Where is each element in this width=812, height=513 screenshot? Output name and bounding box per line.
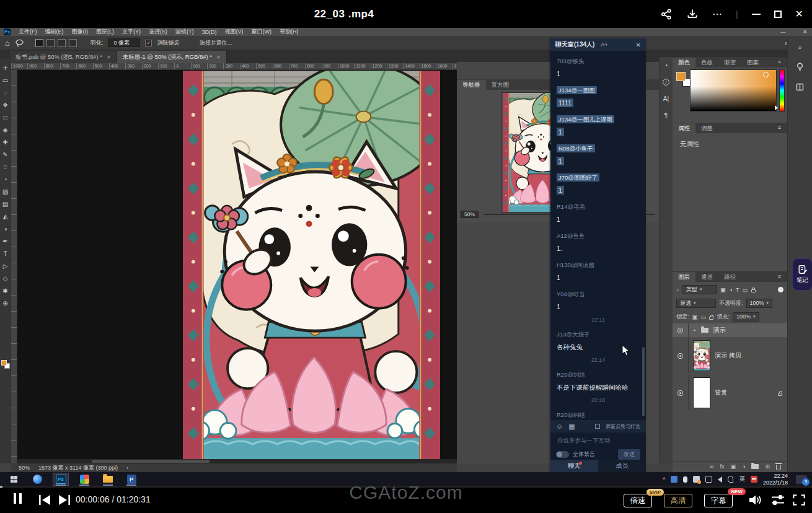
menu-item[interactable]: 帮助(H)	[280, 28, 299, 36]
hue-slider[interactable]	[779, 69, 785, 112]
filter-pixel-layers-icon[interactable]: ▣	[720, 286, 726, 293]
opacity-value[interactable]: 100% ▾	[746, 299, 773, 308]
navigator-tab[interactable]: 导航器	[457, 80, 486, 90]
pen-tool[interactable]: ✒	[0, 235, 11, 247]
visibility-eye-icon[interactable]	[677, 390, 683, 396]
filter-shape-layers-icon[interactable]: ▭	[743, 286, 748, 293]
history-brush-tool[interactable]: ▨	[0, 185, 11, 198]
start-button[interactable]	[6, 473, 21, 485]
intersect-selection-button[interactable]	[69, 39, 77, 47]
shape-tool[interactable]: ◇	[0, 272, 11, 284]
visibility-eye-icon[interactable]	[677, 353, 683, 359]
settings-mixer-icon[interactable]	[770, 494, 785, 506]
marquee-tool[interactable]: ▭	[0, 74, 11, 86]
chat-username[interactable]: Y04@叮当	[557, 290, 585, 298]
new-group-icon[interactable]	[751, 464, 759, 469]
chat-username[interactable]: J134@一图儿上课哦	[557, 115, 614, 123]
ps-close-icon[interactable]: ✕	[803, 29, 807, 35]
mute-all-toggle[interactable]	[556, 451, 569, 458]
playback-speed-button[interactable]: 倍速 SVIP	[624, 494, 652, 507]
screenshare-tray-icon[interactable]	[693, 476, 700, 483]
browser-taskbar-icon[interactable]	[30, 473, 45, 485]
background-layer-thumbnail[interactable]	[694, 378, 710, 408]
fullscreen-icon[interactable]	[792, 494, 806, 506]
menu-item[interactable]: 编辑(E)	[45, 28, 64, 36]
path-select-tool[interactable]: ▷	[0, 260, 11, 272]
history-panel-icon[interactable]: ◔	[664, 62, 668, 69]
menu-item[interactable]: 图像(I)	[72, 28, 89, 36]
properties-panel-tab[interactable]: 属性	[673, 123, 695, 133]
chat-input[interactable]	[550, 432, 646, 447]
color-gradient-field[interactable]	[690, 69, 777, 112]
clip-tray-icon[interactable]	[728, 476, 733, 483]
search-icon[interactable]: ⌕	[798, 43, 801, 51]
minimize-button[interactable]	[752, 14, 761, 15]
more-options-icon[interactable]: ⋯	[712, 9, 722, 19]
chat-username[interactable]: J70@图图好了	[557, 173, 599, 182]
next-video-button[interactable]	[57, 494, 72, 506]
chat-username[interactable]: R20@纠结	[557, 370, 585, 379]
link-layers-icon[interactable]: ∞	[710, 463, 713, 470]
menu-item[interactable]: 滤镜(T)	[175, 28, 194, 36]
menu-item[interactable]: 窗口(W)	[252, 28, 272, 36]
tab-close-icon[interactable]: ✕	[216, 55, 221, 60]
ps-minimize-icon[interactable]: —	[780, 29, 785, 35]
notes-button[interactable]: 笔记	[792, 258, 812, 291]
powerpoint-taskbar-icon[interactable]: P	[124, 473, 139, 485]
foreground-color-swatch[interactable]	[1, 360, 7, 366]
color-swatch-pair[interactable]	[676, 72, 691, 87]
gradient-tool[interactable]: ◭	[0, 210, 11, 222]
chat-username[interactable]: H130@阿汤圆	[557, 261, 594, 269]
layers-panel-tab[interactable]: 通道	[695, 272, 718, 282]
security-tray-icon[interactable]	[751, 476, 757, 483]
tab-close-icon[interactable]: ✕	[107, 55, 111, 60]
tray-app-icon[interactable]	[671, 476, 677, 483]
color-panel-tab[interactable]: 色板	[695, 58, 718, 68]
menu-item[interactable]: 3D(D)	[202, 29, 217, 35]
eyedropper-tool[interactable]: ✚	[0, 136, 11, 148]
brush-tool[interactable]: ⌯	[0, 160, 11, 173]
frame-tool[interactable]: ◈	[0, 123, 11, 136]
paragraph-panel-icon[interactable]: ¶	[664, 112, 668, 119]
zoom-tool[interactable]: ⊕	[0, 297, 11, 309]
panel-menu-icon[interactable]: ≡	[778, 59, 785, 65]
layer-filter-kind-dropdown[interactable]: 类型 ▾	[682, 285, 717, 294]
subtract-selection-button[interactable]	[58, 39, 66, 47]
layer-row-copy[interactable]: 演示 拷贝	[673, 338, 787, 373]
chat-scrollbar[interactable]	[642, 347, 645, 416]
layer-thumbnail[interactable]	[694, 341, 710, 370]
lasso-tool[interactable]: ◌	[0, 86, 11, 99]
delete-layer-icon[interactable]	[776, 465, 781, 470]
chat-username[interactable]: N08@小鱼干	[557, 144, 595, 152]
volume-icon[interactable]	[748, 493, 762, 507]
lock-all-icon[interactable]	[709, 317, 713, 320]
document-tab[interactable]: 未标题-1 @ 50% (演示, RGB/8#) * ✕	[117, 51, 227, 63]
crop-tool[interactable]: □	[0, 111, 11, 123]
ime-indicator[interactable]: 英	[739, 475, 745, 483]
eraser-tool[interactable]: ▤	[0, 198, 11, 210]
file-explorer-taskbar-icon[interactable]	[100, 473, 115, 485]
healing-tool[interactable]: ✎	[0, 148, 11, 160]
emoji-picker-icon[interactable]: ☺	[556, 423, 563, 430]
menu-item[interactable]: 视图(V)	[225, 28, 244, 36]
properties-panel-tab[interactable]: 调整	[695, 123, 718, 133]
quick-select-tool[interactable]: ❖	[0, 99, 11, 111]
filter-search-icon[interactable]: ⌕	[676, 286, 679, 293]
navigator-tab[interactable]: 直方图	[486, 80, 515, 90]
lasso-tool-icon[interactable]	[15, 39, 24, 47]
color-panel-tab[interactable]: 渐变	[718, 58, 741, 68]
pause-button[interactable]	[14, 493, 22, 504]
font-size-control[interactable]: A+	[601, 42, 607, 48]
antialias-checkbox[interactable]: ✓	[145, 40, 152, 46]
share-icon[interactable]	[660, 8, 673, 20]
lock-transparency-icon[interactable]: ▣	[692, 314, 698, 320]
menu-item[interactable]: 选择(S)	[149, 28, 167, 36]
download-icon[interactable]	[686, 8, 699, 20]
info-panel-icon[interactable]: i	[663, 79, 669, 86]
navigator-zoom-value[interactable]: 50%	[461, 211, 479, 218]
chat-username[interactable]: R20@纠结	[557, 411, 585, 419]
blend-mode-dropdown[interactable]: 穿透 ▾	[676, 299, 716, 308]
previous-video-button[interactable]	[37, 494, 52, 506]
libraries-icon[interactable]	[796, 83, 804, 91]
color-panel-tab[interactable]: 图案	[741, 58, 764, 68]
